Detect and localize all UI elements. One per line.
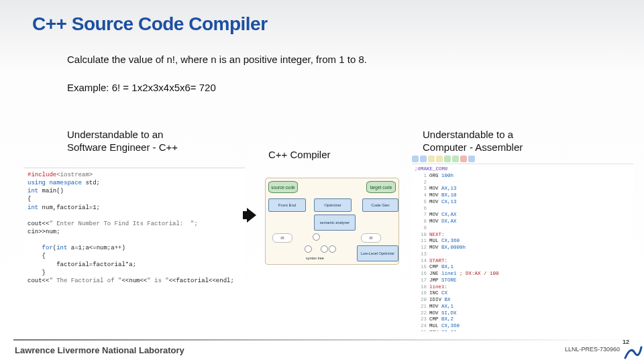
code-token: {	[28, 253, 46, 259]
code-token: {	[28, 196, 31, 202]
asm-line: 4MOV BX,10	[415, 192, 631, 199]
asm-line: 16JNE line1 ; DX:AX / 100	[415, 271, 631, 278]
help-icon	[468, 156, 475, 162]
asm-line: 5MOV CX,13	[415, 199, 631, 206]
asm-line: 7MOV CX,AX	[415, 212, 631, 219]
asm-line: 21MOV AX,1	[415, 304, 631, 310]
code-token: " is "	[147, 278, 168, 284]
code-token: <iostream>	[56, 172, 93, 178]
asm-line: 11MUL CX,360	[415, 238, 631, 245]
stop-icon	[460, 156, 467, 162]
asm-line: 9	[415, 225, 631, 232]
slide-title: C++ Source Code Compiler	[32, 13, 268, 35]
tree-node	[321, 245, 328, 253]
asm-header: ;#MAKE_COM#	[415, 166, 631, 173]
asm-line: 25MOV SI,26	[415, 330, 631, 331]
source-code-panel: #include<iostream> using namespace std; …	[23, 168, 245, 292]
code-token: int	[28, 188, 38, 194]
code-token: main()	[38, 188, 64, 194]
assembler-panel: ;#MAKE_COM# 1ORG 100h23MOV AX,134MOV BX,…	[412, 164, 633, 331]
compiler-diagram: source code Front End Optimizer semantic…	[265, 178, 399, 265]
heading-source-l1: Understandable to an	[67, 129, 163, 140]
code-token: }	[28, 269, 46, 276]
asm-line: 18line1:	[415, 284, 631, 291]
frontend-box: Front End	[268, 198, 306, 212]
code-token: a=1;a<=num;a++)	[67, 245, 125, 251]
tree-node	[305, 245, 312, 253]
code-token: #include	[28, 172, 56, 178]
code-token: cout<<	[28, 278, 49, 284]
llnl-logo-icon	[624, 345, 643, 359]
code-token: num,factorial=1;	[38, 204, 100, 211]
asm-line: 10NEXT:	[415, 232, 631, 239]
asm-line: 22MOV SI,DX	[415, 310, 631, 317]
save-icon	[420, 156, 427, 162]
code-token: <<num<<	[121, 278, 147, 284]
asm-line: 17JMP STORE	[415, 278, 631, 284]
code-token: factorial=factorial*a;	[28, 261, 136, 268]
footer-org: Lawrence Livermore National Laboratory	[15, 345, 184, 355]
code-token: <<factorial<<endl;	[169, 278, 234, 284]
asm-line: 3MOV AX,13	[415, 186, 631, 192]
copy-icon	[436, 156, 443, 162]
asm-line: 15CMP BX,1	[415, 264, 631, 271]
asm-line: 1ORG 100h	[415, 173, 631, 180]
body-line-1: Calculate the value of n!, where n is an…	[67, 54, 367, 65]
asm-line: 13	[415, 251, 631, 258]
code-token: std;	[82, 180, 100, 186]
doc-icon	[412, 156, 419, 162]
code-token: " The Factorial of "	[49, 278, 121, 284]
ir-blob-2: IR	[361, 233, 381, 243]
codegen-box: Code Gen	[362, 198, 398, 212]
code-token: using namespace	[28, 180, 82, 186]
heading-source: Understandable to an Software Engineer -…	[67, 129, 221, 154]
asm-line: 19INC CX	[415, 290, 631, 297]
asm-line: 6	[415, 206, 631, 213]
footer-pres: LLNL-PRES-730960	[565, 346, 620, 353]
lowlevel-box: Low-Level Optimizer	[357, 245, 398, 261]
heading-compiler: C++ Compiler	[268, 149, 402, 162]
heading-source-l2: Software Engineer - C++	[67, 141, 178, 153]
code-token: cin>>num;	[28, 229, 60, 235]
asm-line: 12MOV BX,0000h	[415, 245, 631, 251]
source-code-node: source code	[268, 181, 298, 193]
code-token: for	[28, 245, 53, 251]
asm-line: 24MUL CX,360	[415, 323, 631, 330]
tree-node	[313, 233, 320, 241]
syntax-label: syntax tree	[306, 256, 324, 260]
heading-assembler-l2: Computer - Assembler	[423, 141, 523, 153]
target-code-node: target code	[366, 181, 396, 193]
heading-assembler-l1: Understandable to a	[423, 129, 513, 140]
asm-line: 8MOV DX,AX	[415, 219, 631, 225]
asm-body: 1ORG 100h23MOV AX,134MOV BX,105MOV CX,13…	[415, 173, 631, 331]
heading-assembler: Understandable to a Computer - Assembler	[423, 129, 597, 154]
body-line-2: Example: 6! = 1x2x3x4x5x6= 720	[67, 82, 216, 93]
cut-icon	[428, 156, 435, 162]
code-token: int	[28, 204, 38, 211]
code-token: " Enter Number To Find Its Factorial: ";	[49, 221, 197, 227]
asm-line: 20IDIV BX	[415, 297, 631, 304]
footer-divider	[13, 339, 631, 341]
asm-line: 23CMP BX,2	[415, 316, 631, 323]
code-token: int	[56, 245, 67, 251]
run-icon	[452, 156, 459, 162]
optimizer-box: Optimizer	[314, 198, 352, 212]
semantic-box: semantic analyzer	[314, 215, 356, 231]
asm-line: 14START:	[415, 258, 631, 265]
paste-icon	[444, 156, 451, 162]
asm-line: 2	[415, 180, 631, 186]
ir-blob-1: IR	[272, 233, 292, 243]
tree-node	[329, 245, 336, 253]
code-token: cout<<	[28, 221, 49, 227]
asm-toolbar	[412, 156, 475, 163]
arrow-right-icon	[247, 208, 262, 223]
